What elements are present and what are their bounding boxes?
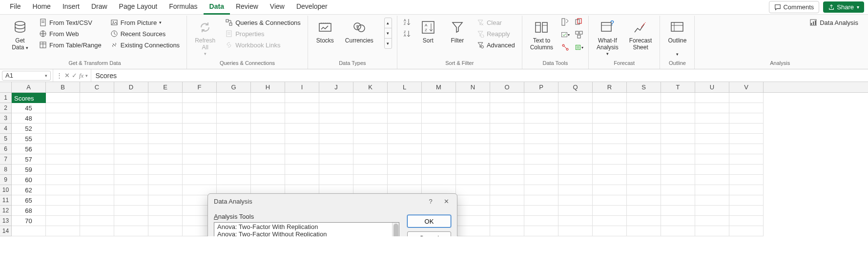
cell[interactable]: 68 — [12, 206, 46, 216]
cell[interactable] — [114, 206, 148, 216]
cell[interactable] — [114, 154, 148, 165]
cell[interactable] — [353, 134, 388, 144]
cell[interactable] — [285, 103, 319, 113]
cell[interactable] — [661, 93, 695, 103]
cell[interactable] — [388, 144, 422, 154]
cell[interactable] — [524, 113, 558, 124]
cell[interactable] — [524, 165, 558, 175]
cell[interactable] — [558, 195, 593, 206]
cell[interactable] — [490, 226, 524, 236]
cell[interactable] — [319, 134, 353, 144]
comments-button[interactable]: Comments — [769, 1, 819, 13]
cell[interactable] — [80, 165, 114, 175]
cell[interactable] — [524, 93, 558, 103]
cell[interactable] — [353, 154, 388, 165]
cell[interactable] — [729, 195, 764, 206]
cell[interactable] — [319, 144, 353, 154]
cell[interactable] — [251, 93, 285, 103]
cell[interactable] — [661, 206, 695, 216]
cell[interactable] — [217, 93, 251, 103]
cell[interactable] — [285, 124, 319, 134]
cancel-button[interactable]: Cancel — [407, 231, 451, 236]
list-item[interactable]: Anova: Two-Factor With Replication — [215, 223, 398, 230]
cell[interactable] — [524, 134, 558, 144]
cell[interactable] — [251, 134, 285, 144]
cell[interactable] — [353, 103, 388, 113]
row-header[interactable]: 14 — [0, 226, 12, 236]
cell[interactable] — [114, 195, 148, 206]
cell[interactable] — [558, 134, 593, 144]
cell[interactable] — [558, 103, 593, 113]
cell[interactable] — [695, 185, 729, 195]
name-box[interactable]: A1 ▾ — [2, 71, 51, 81]
cell[interactable] — [251, 154, 285, 165]
cell[interactable] — [46, 185, 80, 195]
cell[interactable] — [593, 154, 627, 165]
cell[interactable] — [524, 124, 558, 134]
cell[interactable] — [558, 216, 593, 226]
cell[interactable] — [217, 154, 251, 165]
cell[interactable] — [148, 185, 183, 195]
cell[interactable] — [729, 103, 764, 113]
cell[interactable] — [661, 165, 695, 175]
from-table-range-button[interactable]: From Table/Range — [37, 40, 103, 50]
cell[interactable] — [456, 185, 490, 195]
row-header[interactable]: 1 — [0, 93, 12, 103]
cell[interactable] — [183, 154, 217, 165]
cell[interactable] — [148, 195, 183, 206]
tab-insert[interactable]: Insert — [57, 0, 85, 15]
cell[interactable] — [456, 124, 490, 134]
cell[interactable] — [285, 113, 319, 124]
cell[interactable] — [729, 113, 764, 124]
cell[interactable] — [661, 144, 695, 154]
cell[interactable] — [729, 226, 764, 236]
cell[interactable] — [183, 175, 217, 185]
column-header[interactable]: O — [490, 82, 524, 92]
cell[interactable] — [114, 216, 148, 226]
column-header[interactable]: M — [422, 82, 456, 92]
cell[interactable] — [695, 216, 729, 226]
cell[interactable] — [80, 134, 114, 144]
cell[interactable] — [148, 124, 183, 134]
cell[interactable] — [388, 175, 422, 185]
data-validation-button[interactable]: ▾ — [561, 30, 570, 39]
cell[interactable] — [183, 144, 217, 154]
from-picture-button[interactable]: From Picture ▾ — [108, 18, 182, 27]
cell[interactable] — [285, 165, 319, 175]
cell[interactable] — [388, 134, 422, 144]
tab-view[interactable]: View — [264, 0, 290, 15]
cell[interactable] — [627, 165, 661, 175]
cell[interactable] — [353, 124, 388, 134]
cell[interactable] — [661, 216, 695, 226]
cell[interactable] — [490, 154, 524, 165]
column-header[interactable]: C — [80, 82, 114, 92]
column-header[interactable]: H — [251, 82, 285, 92]
cell[interactable] — [46, 175, 80, 185]
row-header[interactable]: 11 — [0, 195, 12, 206]
data-model-button[interactable]: ▾ — [575, 43, 583, 52]
column-header[interactable]: T — [661, 82, 695, 92]
cell[interactable] — [285, 144, 319, 154]
cell[interactable] — [661, 134, 695, 144]
row-header[interactable]: 3 — [0, 113, 12, 124]
cell[interactable] — [251, 113, 285, 124]
row-header[interactable]: 4 — [0, 124, 12, 134]
tab-file[interactable]: File — [4, 0, 27, 15]
cell[interactable]: 45 — [12, 103, 46, 113]
cell[interactable] — [114, 226, 148, 236]
column-header[interactable]: U — [695, 82, 729, 92]
cell[interactable] — [114, 93, 148, 103]
column-header[interactable]: V — [729, 82, 764, 92]
cell[interactable] — [319, 113, 353, 124]
consolidate-button[interactable] — [575, 30, 583, 39]
cell[interactable] — [456, 103, 490, 113]
formula-input[interactable]: Scores — [91, 72, 868, 80]
cell[interactable] — [388, 113, 422, 124]
cell[interactable] — [456, 226, 490, 236]
sort-desc-button[interactable]: ZA — [402, 29, 411, 38]
cell[interactable] — [729, 185, 764, 195]
cell[interactable] — [251, 144, 285, 154]
cell[interactable] — [12, 226, 46, 236]
cell[interactable] — [524, 175, 558, 185]
cell[interactable] — [251, 103, 285, 113]
